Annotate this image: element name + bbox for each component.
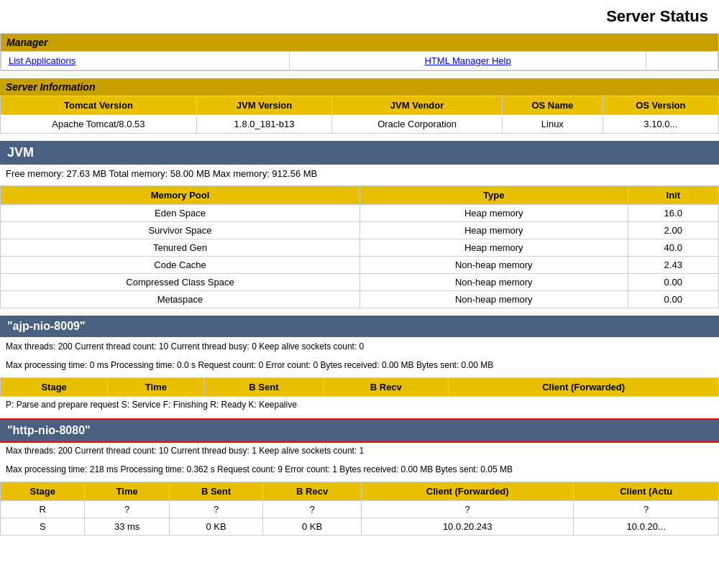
- ajp-col-brecv: B Recv: [324, 378, 449, 397]
- server-information-section: Server Information Tomcat Version JVM Ve…: [0, 78, 719, 134]
- thread-time: ?: [85, 501, 169, 518]
- http-col-client-fwd: Client (Forwarded): [362, 482, 574, 501]
- tomcat-version-value: Apache Tomcat/8.0.53: [1, 115, 197, 134]
- thread-client-fwd: ?: [362, 501, 574, 518]
- thread-brecv: 0 KB: [263, 518, 362, 536]
- col-os-version: OS Version: [603, 96, 718, 115]
- ajp-legend: P: Parse and prepare request S: Service …: [0, 397, 719, 413]
- memory-pool-row: Code Cache Non-heap memory 2.43: [1, 257, 719, 274]
- html-manager-help-cell: HTML Manager Help: [290, 52, 646, 70]
- jvm-vendor-value: Oracle Corporation: [332, 115, 503, 134]
- memory-pool-row: Tenured Gen Heap memory 40.0: [1, 239, 719, 257]
- http-thread-row: S 33 ms 0 KB 0 KB 10.0.20.243 10.0.20...: [1, 518, 719, 536]
- pool-name: Eden Space: [1, 205, 360, 222]
- thread-brecv: ?: [263, 501, 362, 518]
- pool-init: 40.0: [628, 239, 718, 257]
- manager-section: Manager List Applications HTML Manager H…: [0, 33, 719, 71]
- list-applications-link[interactable]: List Applications: [9, 55, 75, 66]
- thread-bsent: 0 KB: [169, 518, 262, 536]
- http-thread-table: Stage Time B Sent B Recv Client (Forward…: [0, 482, 719, 536]
- col-jvm-vendor: JVM Vendor: [332, 96, 503, 115]
- thread-client-fwd: 10.0.20.243: [362, 518, 574, 536]
- ajp-stats-line2: Max processing time: 0 ms Processing tim…: [0, 356, 719, 375]
- pool-name: Compressed Class Space: [1, 274, 360, 291]
- os-version-value: 3.10.0...: [603, 115, 718, 134]
- col-type: Type: [360, 186, 628, 205]
- pool-type: Heap memory: [360, 205, 628, 222]
- thread-stage: S: [1, 518, 85, 536]
- manager-header: Manager: [1, 34, 718, 51]
- thread-stage: R: [1, 501, 85, 518]
- col-os-name: OS Name: [502, 96, 603, 115]
- thread-time: 33 ms: [85, 518, 169, 536]
- pool-type: Non-heap memory: [360, 257, 628, 274]
- manager-extra-cell: [646, 52, 718, 70]
- server-info-row: Apache Tomcat/8.0.53 1.8.0_181-b13 Oracl…: [1, 115, 719, 134]
- col-jvm-version: JVM Version: [196, 96, 331, 115]
- thread-client-act: 10.0.20...: [574, 518, 719, 536]
- thread-client-act: ?: [574, 501, 719, 518]
- ajp-col-time: Time: [108, 378, 204, 397]
- ajp-col-client-fwd: Client (Forwarded): [449, 378, 719, 397]
- ajp-stats-line1: Max threads: 200 Current thread count: 1…: [0, 337, 719, 356]
- http-thread-row: R ? ? ? ? ?: [1, 501, 719, 518]
- manager-table: List Applications HTML Manager Help: [1, 51, 718, 70]
- col-init: Init: [628, 186, 718, 205]
- jvm-version-value: 1.8.0_181-b13: [196, 115, 331, 134]
- pool-init: 2.43: [628, 257, 718, 274]
- pool-init: 16.0: [628, 205, 718, 222]
- pool-init: 2.00: [628, 222, 718, 239]
- page-title: Server Status: [0, 0, 719, 33]
- jvm-memory-text: Free memory: 27.63 MB Total memory: 58.0…: [0, 165, 719, 183]
- ajp-thread-table: Stage Time B Sent B Recv Client (Forward…: [0, 377, 719, 397]
- thread-bsent: ?: [169, 501, 262, 518]
- pool-type: Non-heap memory: [360, 274, 628, 291]
- http-col-time: Time: [85, 482, 169, 501]
- pool-type: Heap memory: [360, 222, 628, 239]
- jvm-header: JVM: [0, 141, 719, 165]
- memory-pool-row: Compressed Class Space Non-heap memory 0…: [1, 274, 719, 291]
- http-connector-header: "http-nio-8080": [0, 420, 719, 441]
- ajp-col-stage: Stage: [1, 378, 108, 397]
- pool-type: Non-heap memory: [360, 291, 628, 308]
- col-tomcat-version: Tomcat Version: [1, 96, 197, 115]
- http-col-bsent: B Sent: [169, 482, 262, 501]
- os-name-value: Linux: [502, 115, 603, 134]
- memory-pool-row: Metaspace Non-heap memory 0.00: [1, 291, 719, 308]
- pool-type: Heap memory: [360, 239, 628, 257]
- http-col-client-act: Client (Actu: [574, 482, 719, 501]
- pool-name: Metaspace: [1, 291, 360, 308]
- server-info-table: Tomcat Version JVM Version JVM Vendor OS…: [0, 96, 719, 134]
- html-manager-help-link[interactable]: HTML Manager Help: [424, 55, 510, 66]
- memory-pool-row: Survivor Space Heap memory 2.00: [1, 222, 719, 239]
- http-col-brecv: B Recv: [263, 482, 362, 501]
- pool-name: Code Cache: [1, 257, 360, 274]
- list-applications-cell: List Applications: [1, 52, 290, 70]
- http-stats-line1: Max threads: 200 Current thread count: 1…: [0, 441, 719, 460]
- http-col-stage: Stage: [1, 482, 85, 501]
- pool-init: 0.00: [628, 274, 718, 291]
- memory-pool-table: Memory Pool Type Init Eden Space Heap me…: [0, 185, 719, 308]
- col-memory-pool: Memory Pool: [1, 186, 360, 205]
- ajp-col-bsent: B Sent: [204, 378, 324, 397]
- pool-init: 0.00: [628, 291, 718, 308]
- ajp-connector-header: "ajp-nio-8009": [0, 316, 719, 337]
- pool-name: Tenured Gen: [1, 239, 360, 257]
- http-stats-line2: Max processing time: 218 ms Processing t…: [0, 460, 719, 479]
- pool-name: Survivor Space: [1, 222, 360, 239]
- server-information-header: Server Information: [0, 78, 719, 96]
- memory-pool-row: Eden Space Heap memory 16.0: [1, 205, 719, 222]
